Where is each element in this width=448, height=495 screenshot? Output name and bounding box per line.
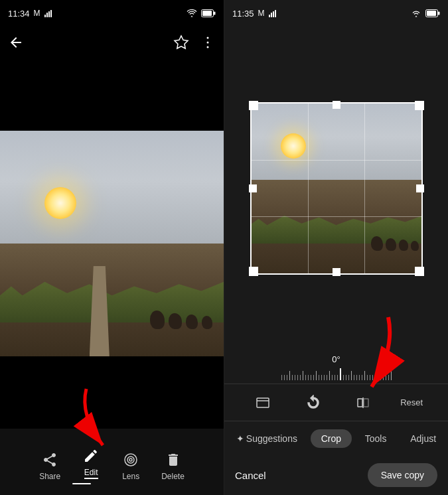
tick	[380, 375, 381, 380]
ruler-section: 0°	[224, 350, 448, 384]
rotate-button[interactable]	[300, 389, 327, 416]
tick	[308, 375, 309, 380]
left-photo-container	[0, 58, 224, 429]
svg-rect-3	[50, 10, 52, 17]
svg-rect-15	[269, 15, 270, 17]
edit-button[interactable]: Edit	[82, 447, 100, 484]
crop-handle-ml[interactable]	[249, 184, 257, 192]
crop-container[interactable]	[250, 102, 423, 275]
ruler-ticks[interactable]	[224, 367, 448, 380]
svg-point-13	[129, 459, 132, 461]
svg-marker-7	[175, 36, 188, 48]
save-copy-button[interactable]: Save copy	[368, 463, 437, 487]
right-status-right	[411, 9, 440, 17]
svg-rect-21	[438, 12, 440, 15]
svg-rect-20	[427, 11, 436, 16]
more-icon[interactable]	[200, 35, 216, 50]
share-button[interactable]: Share	[39, 451, 60, 481]
edit-label: Edit	[84, 468, 98, 479]
signal-icon	[44, 9, 54, 17]
tick	[343, 375, 344, 380]
tick	[351, 371, 352, 380]
tick	[284, 375, 285, 380]
tick	[370, 375, 370, 380]
aspect-ratio-button[interactable]	[250, 389, 276, 416]
tick	[332, 375, 333, 380]
tick	[305, 375, 306, 380]
battery-icon-right	[425, 9, 440, 17]
svg-rect-22	[257, 398, 269, 407]
tab-tools[interactable]: Tools	[354, 429, 398, 448]
tick	[327, 375, 327, 380]
crop-handle-tm[interactable]	[333, 101, 340, 109]
right-photo-area	[224, 27, 448, 350]
back-icon[interactable]	[8, 35, 24, 50]
tick	[372, 375, 373, 380]
cancel-button[interactable]: Cancel	[235, 470, 266, 481]
tick	[289, 371, 290, 380]
svg-rect-25	[364, 399, 368, 407]
delete-button[interactable]: Delete	[161, 451, 185, 481]
tab-adjust[interactable]: Adjust	[400, 429, 447, 448]
tick	[359, 375, 360, 380]
wifi-icon	[187, 9, 197, 17]
tick	[378, 371, 378, 380]
crop-handle-tl[interactable]	[249, 101, 258, 110]
tick	[316, 371, 317, 380]
tick	[362, 375, 362, 380]
degree-label: 0°	[332, 354, 340, 364]
svg-point-11	[125, 454, 137, 466]
tick	[300, 375, 301, 380]
right-panel: 11:35 M	[224, 0, 448, 495]
lens-label: Lens	[122, 472, 139, 481]
signal-icon-right	[269, 9, 278, 17]
tick	[388, 375, 389, 380]
tick	[287, 375, 287, 380]
battery-icon-left	[201, 9, 216, 17]
tick	[335, 375, 335, 380]
crop-handle-bm[interactable]	[333, 268, 340, 276]
tick	[319, 375, 319, 380]
tab-crop[interactable]: Crop	[311, 429, 352, 448]
right-status-bar: 11:35 M	[224, 0, 448, 27]
tick	[295, 375, 295, 380]
svg-rect-17	[273, 11, 274, 17]
tab-adjust-label: Adjust	[410, 433, 436, 444]
tick	[354, 375, 354, 380]
tick	[348, 375, 349, 380]
reset-button[interactable]: Reset	[400, 397, 423, 407]
svg-rect-1	[46, 13, 48, 17]
tab-bar: ✦ Suggestions Crop Tools Adjust	[224, 421, 448, 455]
bottom-action-row: Cancel Save copy	[224, 455, 448, 495]
svg-rect-18	[275, 10, 276, 17]
flip-button[interactable]	[350, 389, 376, 416]
svg-point-12	[127, 457, 134, 463]
crop-handle-br[interactable]	[415, 267, 424, 276]
tick	[375, 375, 376, 380]
svg-point-9	[207, 42, 209, 44]
left-bottom-bar: Share Edit Lens	[0, 429, 224, 495]
tab-tools-label: Tools	[365, 433, 387, 444]
crop-handle-mr[interactable]	[416, 184, 424, 192]
tick	[329, 371, 330, 380]
tick	[292, 375, 293, 380]
crop-handle-tr[interactable]	[415, 101, 424, 110]
crop-handle-bl[interactable]	[249, 267, 258, 276]
svg-rect-2	[48, 11, 50, 17]
lens-button[interactable]: Lens	[121, 451, 140, 481]
crop-tools-row: Reset	[224, 384, 448, 421]
tab-suggestions[interactable]: ✦ Suggestions	[226, 429, 308, 448]
favorite-icon[interactable]	[173, 35, 189, 50]
tick	[391, 371, 392, 380]
tick	[356, 375, 357, 380]
tick	[364, 371, 365, 380]
carrier-icon-left: M	[34, 9, 40, 18]
tick	[346, 375, 346, 380]
tick	[367, 375, 368, 380]
svg-rect-6	[214, 12, 216, 15]
time-left: 11:34	[8, 9, 30, 19]
tick	[303, 371, 303, 380]
crop-photo	[250, 102, 423, 275]
tick	[337, 375, 338, 380]
left-status-bar: 11:34 M	[0, 0, 224, 27]
